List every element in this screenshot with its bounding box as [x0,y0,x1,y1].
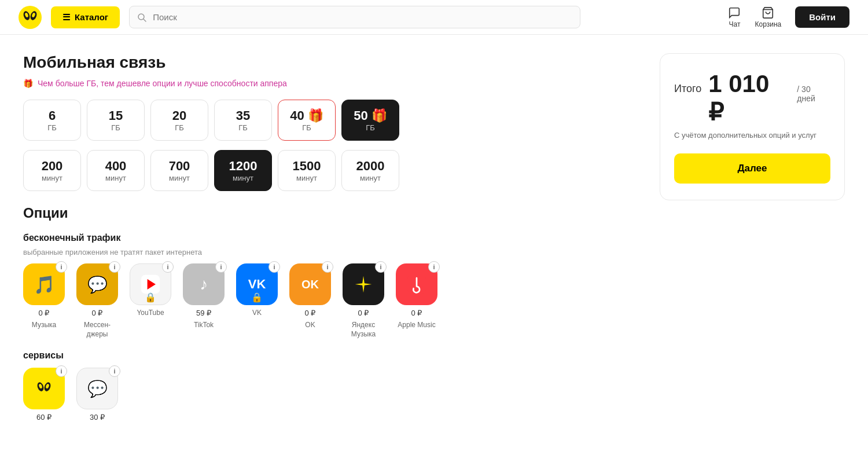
content-area: Мобильная связь 🎁 Чем больше ГБ, тем деш… [23,53,641,425]
app-icon-wrap: 🎵 i [23,263,65,305]
info-icon[interactable]: i [56,261,67,273]
app-name: OK [305,321,315,330]
app-price: 0 ₽ [358,309,369,317]
chat-button[interactable]: Чат [728,6,741,28]
catalog-label: Каталог [75,12,108,22]
app-item[interactable]: i 🔒 YouTube [130,263,171,339]
apps-grid: 🎵 i 0 ₽ Музыка 💬 i 0 ₽ Мессен-джеры i 🔒 [23,263,641,339]
option-unit: ГБ [354,123,387,132]
app-icon-wrap: 💬 i [76,263,118,305]
min-option-2000[interactable]: 2000минут [341,150,399,191]
option-unit: ГБ [163,123,196,132]
gb-option-20[interactable]: 20 ГБ [150,100,208,141]
app-item[interactable]: i 0 ₽ Яндекс Музыка [343,263,384,339]
gift-icon: 🎁 [23,79,33,88]
info-icon[interactable]: i [109,365,120,377]
traffic-section: бесконечный трафик выбранные приложения … [23,233,641,339]
option-value: 700 [163,159,196,174]
chat-label: Чат [729,20,741,28]
min-option-1200[interactable]: 1200минут [214,150,272,191]
sidebar: Итого 1 010 ₽ / 30 дней С учётом дополни… [660,53,845,425]
option-value: 200 [35,159,69,174]
gb-option-15[interactable]: 15 ГБ [87,100,145,141]
svg-point-0 [19,6,42,29]
min-option-1500[interactable]: 1500минут [278,150,336,191]
info-icon[interactable]: i [428,261,440,273]
app-price: 59 ₽ [196,309,211,317]
gb-option-40[interactable]: 40 🎁ГБ [278,100,336,141]
app-item[interactable]: 💬 i 30 ₽ [76,368,118,425]
proceed-button[interactable]: Далее [674,153,830,184]
promo-hint: 🎁 Чем больше ГБ, тем дешевле опции и луч… [23,79,641,88]
option-value: 1500 [290,159,323,174]
option-unit: ГБ [226,123,260,132]
login-button[interactable]: Войти [795,6,849,28]
app-item[interactable]: i 0 ₽ Apple Music [396,263,437,339]
chat-icon [728,6,741,19]
info-icon[interactable]: i [162,261,174,273]
option-unit: ГБ [35,123,69,132]
app-icon-wrap: i [343,263,384,305]
lock-icon: 🔒 [145,292,156,303]
option-unit: минут [35,174,69,182]
search-icon [137,13,146,22]
services-grid: i 60 ₽ 💬 i 30 ₽ [23,368,641,425]
app-price: 0 ₽ [411,309,422,317]
gb-options-grid: 6 ГБ15 ГБ20 ГБ35 ГБ40 🎁ГБ50 🎁ГБ [23,100,641,141]
info-icon[interactable]: i [109,261,120,273]
min-option-200[interactable]: 200минут [23,150,81,191]
app-price: 60 ₽ [36,413,52,422]
app-icon-wrap: OK i [289,263,331,305]
info-icon[interactable]: i [56,365,67,377]
app-icon-wrap: i [23,368,65,409]
page-title: Мобильная связь [23,53,641,72]
option-unit: минут [354,174,387,182]
app-name: Apple Music [398,321,435,330]
option-unit: ГБ [99,123,133,132]
min-option-700[interactable]: 700минут [150,150,208,191]
info-icon[interactable]: i [215,261,227,273]
summary-label: Итого [674,83,701,95]
lock-icon: 🔒 [251,292,263,303]
cart-button[interactable]: Корзина [755,6,781,28]
app-name: TikTok [194,321,214,330]
summary-price: 1 010 ₽ [708,70,790,126]
info-icon[interactable]: i [322,261,333,273]
search-input[interactable] [129,6,580,28]
cart-label: Корзина [755,20,781,28]
option-unit: минут [226,174,260,182]
app-item[interactable]: i 60 ₽ [23,368,65,425]
option-value: 20 [163,108,196,123]
option-value: 50 🎁 [354,108,387,123]
traffic-subtitle: выбранные приложения не тратят пакет инт… [23,248,641,257]
option-unit: минут [290,174,323,182]
app-item[interactable]: 💬 i 0 ₽ Мессен-джеры [76,263,118,339]
promo-text: Чем больше ГБ, тем дешевле опции и лучше… [38,79,287,88]
services-section: сервисы i 60 ₽ 💬 i 30 ₽ [23,350,641,425]
info-icon[interactable]: i [375,261,387,273]
app-price: 0 ₽ [39,309,50,317]
app-icon-wrap: 💬 i [76,368,118,409]
app-item[interactable]: VK i 🔒 VK [236,263,278,339]
header-actions: Чат Корзина Войти [728,6,849,28]
app-item[interactable]: ♪ i 59 ₽ TikTok [183,263,225,339]
app-item[interactable]: OK i 0 ₽ OK [289,263,331,339]
summary-note: С учётом дополнительных опций и услуг [674,131,830,140]
gb-option-50[interactable]: 50 🎁ГБ [341,100,399,141]
gb-option-6[interactable]: 6 ГБ [23,100,81,141]
app-name: Яндекс Музыка [343,321,384,339]
catalog-button[interactable]: ☰ Каталог [51,6,120,28]
app-price: 0 ₽ [92,309,103,317]
app-icon-wrap: i [396,263,437,305]
gb-option-35[interactable]: 35 ГБ [214,100,272,141]
app-name: Мессен-джеры [76,321,118,339]
app-name: Музыка [32,321,56,330]
min-option-400[interactable]: 400минут [87,150,145,191]
app-icon-wrap: i 🔒 [130,263,171,305]
option-value: 1200 [226,159,260,174]
app-item[interactable]: 🎵 i 0 ₽ Музыка [23,263,65,339]
option-value: 15 [99,108,133,123]
option-value: 35 [226,108,260,123]
info-icon[interactable]: i [269,261,280,273]
app-icon-wrap: VK i 🔒 [236,263,278,305]
